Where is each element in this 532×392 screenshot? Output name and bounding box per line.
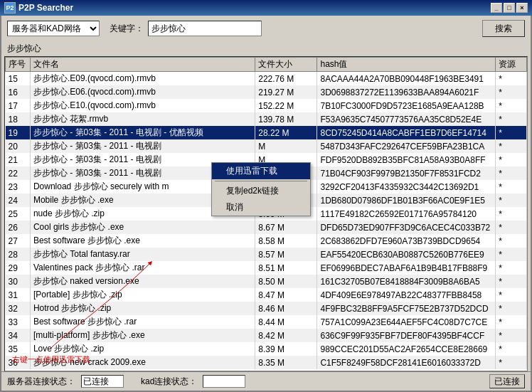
cell-seq: 29: [6, 261, 31, 275]
cell-seq: 19: [6, 126, 31, 139]
cell-seq: 31: [6, 288, 31, 302]
maximize-button[interactable]: □: [504, 3, 515, 13]
cell-hash: C1F5F8249F58DCF28141E6016033372D: [317, 356, 496, 369]
context-menu-separator: [215, 181, 307, 181]
cell-size: 219.27 M: [255, 85, 317, 99]
cell-name: 步步惊心 Total fantasy.rar: [30, 248, 255, 261]
kad-status-label: kad连接状态：: [141, 376, 197, 388]
cell-size: 8.58 M: [255, 234, 317, 248]
table-row[interactable]: 30 步步惊心 naked version.exe 8.50 M 161C327…: [6, 275, 527, 288]
table-row[interactable]: 36 步步惊心 new crack 2009.exe 8.35 M C1F5F8…: [6, 356, 527, 369]
cell-seq: 15: [6, 72, 31, 86]
cell-name: Hotrod 步步惊心 .zip: [30, 302, 255, 315]
table-row[interactable]: 17 步步惊心.E10.(qvocd.com).rmvb 152.22 M 7B…: [6, 99, 527, 112]
table-row[interactable]: 31 [Portable] 步步惊心 .zip 8.47 M 4DF409E6E…: [6, 288, 527, 302]
table-row[interactable]: 28 步步惊心 Total fantasy.rar 8.57 M EAF5542…: [6, 248, 527, 261]
cell-hash: 1DB680D07986DF1B01B3F66AC0E9F1E5: [317, 194, 496, 207]
table-row[interactable]: 35 Love 步步惊心 .zip 8.39 M 989CCEC201D55AC…: [6, 342, 527, 356]
cell-res: *: [496, 72, 527, 86]
cell-res: *: [496, 356, 527, 369]
cell-size: 8.42 M: [255, 329, 317, 342]
cell-res: *: [496, 261, 527, 275]
cell-res: *: [496, 153, 527, 166]
cell-hash: FDF9520DB892B35BFC81A58A93B0A8FF: [317, 153, 496, 166]
cell-name: [multi-platform] 步步惊心 .exe: [30, 329, 255, 342]
minimize-button[interactable]: _: [491, 3, 502, 13]
cell-size: 8.39 M: [255, 342, 317, 356]
cell-hash: 8CD75245D414A8CABFF1EB7D6EF14714: [317, 126, 496, 139]
table-row[interactable]: 26 Cool girls 步步惊心 .exe 8.67 M DFD65D73E…: [6, 221, 527, 234]
cell-name: 步步惊心.E10.(qvocd.com).rmvb: [30, 99, 255, 112]
table-row[interactable]: 15 步步惊心.E09.(qvocd.com).rmvb 222.76 M 8A…: [6, 72, 527, 86]
cell-res: *: [496, 221, 527, 234]
cell-seq: 27: [6, 234, 31, 248]
cell-size: 8.46 M: [255, 302, 317, 315]
cell-size: M: [255, 139, 317, 153]
cell-hash: 757A1C099A23E644AEF5FC4C08D7C7CE: [317, 315, 496, 329]
keyword-label: 关键字：: [110, 23, 144, 35]
cell-hash: EF06996BDEC7ABAF6A1B9B4B17FB88F9: [317, 261, 496, 275]
app-icon: P2: [4, 2, 16, 14]
cell-seq: 21: [6, 153, 31, 166]
table-row[interactable]: 27 Best software 步步惊心 .exe 8.58 M 2C6838…: [6, 234, 527, 248]
cell-seq: 20: [6, 139, 31, 153]
cell-res: *: [496, 99, 527, 112]
cell-hash: 636C9F99F935FBF7DEF80F4395BF4CCF: [317, 329, 496, 342]
server-status-input[interactable]: [81, 375, 124, 388]
cell-seq: 34: [6, 329, 31, 342]
cell-res: *: [496, 315, 527, 329]
header-seq: 序号: [6, 58, 31, 72]
cell-res: *: [496, 112, 527, 126]
table-row[interactable]: 19 步步惊心 - 第03集 - 2011 - 电视剧 - 优酷视频 28.22…: [6, 126, 527, 139]
cell-hash: 5487D343FAFC292647CEF59BFA23B1CA: [317, 139, 496, 153]
close-button[interactable]: ×: [516, 3, 528, 13]
cell-seq: 26: [6, 221, 31, 234]
server-select[interactable]: 服务器和KAD网络仅服务器仅KAD网络: [7, 21, 100, 36]
cell-hash: 4DF409E6E978497AB22C48377FBB8458: [317, 288, 496, 302]
cell-size: 152.22 M: [255, 99, 317, 112]
cell-name: 步步惊心 naked version.exe: [30, 275, 255, 288]
context-menu-item-download-xunlei[interactable]: 使用迅雷下载: [212, 163, 310, 179]
cell-res: *: [496, 126, 527, 139]
cell-seq: 18: [6, 112, 31, 126]
context-menu-item-cancel[interactable]: 取消: [212, 199, 310, 216]
table-row[interactable]: 18 步步惊心 花絮.rmvb 139.78 M F53A9635C745077…: [6, 112, 527, 126]
cell-hash: F53A9635C74507773576AA35C8D52E4E: [317, 112, 496, 126]
cell-res: *: [496, 234, 527, 248]
table-row[interactable]: 29 Valentines pack 步步惊心 .rar 8.51 M EF06…: [6, 261, 527, 275]
cell-hash: 3292CF20413F4335932C3442C13692D1: [317, 180, 496, 194]
cell-seq: 22: [6, 166, 31, 180]
cell-hash: 3D0698837272E1139633BAA894A6021F: [317, 85, 496, 99]
table-row[interactable]: 20 步步惊心 - 第03集 - 2011 - 电视剧 M 5487D343FA…: [6, 139, 527, 153]
server-status-label: 服务器连接状态：: [7, 376, 75, 388]
table-body: 15 步步惊心.E09.(qvocd.com).rmvb 222.76 M 8A…: [6, 72, 527, 370]
table-row[interactable]: 34 [multi-platform] 步步惊心 .exe 8.42 M 636…: [6, 329, 527, 342]
cell-res: *: [496, 166, 527, 180]
table-row[interactable]: 33 Best software 步步惊心 .rar 8.44 M 757A1C…: [6, 315, 527, 329]
cell-seq: 35: [6, 342, 31, 356]
table-row[interactable]: 16 步步惊心.E06.(qvocd.com).rmvb 219.27 M 3D…: [6, 85, 527, 99]
context-menu-item-copy-ed2k[interactable]: 复制ed2k链接: [212, 183, 310, 199]
cell-res: *: [496, 85, 527, 99]
cell-hash: EAF55420ECB630AB0887C5260B776EE9: [317, 248, 496, 261]
cell-name: Best software 步步惊心 .rar: [30, 315, 255, 329]
cell-res: *: [496, 194, 527, 207]
breadcrumb: 步步惊心: [1, 41, 531, 56]
cell-size: 8.51 M: [255, 261, 317, 275]
kad-status-input[interactable]: [203, 375, 245, 388]
cell-size: 222.76 M: [255, 72, 317, 86]
cell-res: *: [496, 302, 527, 315]
cell-size: 8.44 M: [255, 315, 317, 329]
main-window: 服务器和KAD网络仅服务器仅KAD网络 关键字： 搜索 步步惊心 序号 文件名: [0, 16, 532, 392]
cell-res: *: [496, 288, 527, 302]
cell-seq: 32: [6, 302, 31, 315]
cell-name: 步步惊心.E09.(qvocd.com).rmvb: [30, 72, 255, 86]
keyword-input[interactable]: [148, 21, 262, 36]
cell-seq: 36: [6, 356, 31, 369]
search-button[interactable]: 搜索: [482, 20, 525, 37]
connected-button[interactable]: 已连接: [489, 374, 525, 388]
cell-res: *: [496, 139, 527, 153]
cell-size: 8.50 M: [255, 275, 317, 288]
table-row[interactable]: 32 Hotrod 步步惊心 .zip 8.46 M 4F9FBC32B8FF9…: [6, 302, 527, 315]
toolbar: 服务器和KAD网络仅服务器仅KAD网络 关键字： 搜索: [1, 16, 531, 41]
